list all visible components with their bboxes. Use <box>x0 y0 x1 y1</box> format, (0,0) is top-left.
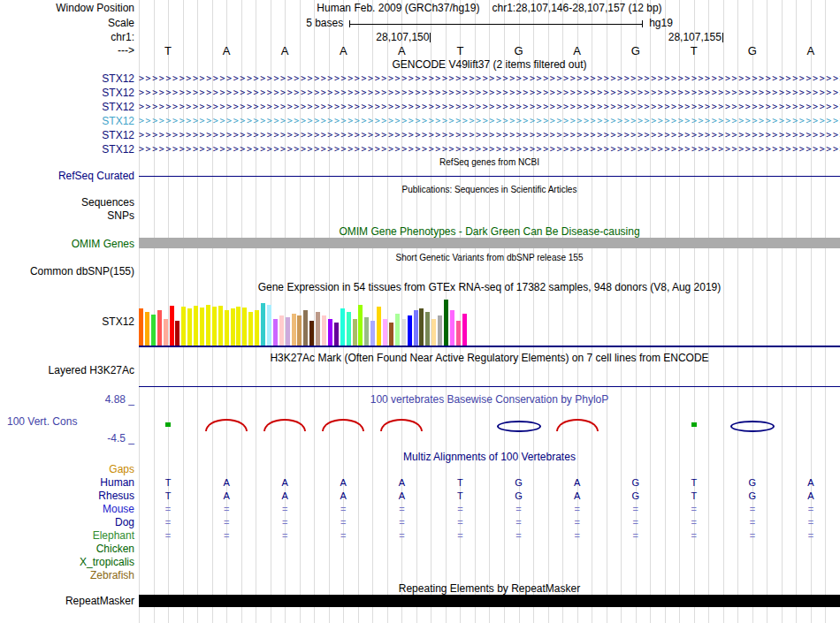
gencode-transcript-row[interactable]: STX12>>>>>>>>>>>>>>>>>>>>>>>>>>>>>>>>>>>… <box>0 100 840 114</box>
gtex-expression-bar <box>170 306 174 346</box>
h3k27ac-label-row[interactable]: Layered H3K27Ac <box>0 364 840 377</box>
h3k27ac-track-title[interactable]: H3K27Ac Mark (Often Found Near Active Re… <box>139 352 840 365</box>
multiz-species-row[interactable]: Zebrafish <box>0 569 840 582</box>
dbsnp-track-title[interactable]: Short Genetic Variants from dbSNP releas… <box>139 252 840 265</box>
gtex-expression-bar <box>322 315 326 346</box>
repeatmasker-track-title[interactable]: Repeating Elements by RepeatMasker <box>139 582 840 596</box>
gtex-expression-bar <box>273 319 278 346</box>
gencode-transcript-label[interactable]: STX12 <box>0 114 134 128</box>
gencode-transcript-label[interactable]: STX12 <box>0 86 134 100</box>
base-letter: A <box>398 44 406 57</box>
chrom-label: chr1: <box>0 31 134 44</box>
dbsnp-label-row[interactable]: Common dbSNP(155) <box>0 265 840 278</box>
publications-track-title[interactable]: Publications: Sequences in Scientific Ar… <box>139 184 840 197</box>
gtex-expression-bar <box>255 310 259 346</box>
gencode-transcript-label[interactable]: STX12 <box>0 72 134 86</box>
multiz-species-row[interactable]: HumanTAAAATGAGTGA <box>0 476 840 490</box>
alignment-cell: G <box>515 476 523 490</box>
multiz-species-row[interactable]: Mouse============ <box>0 503 840 516</box>
sequences-label[interactable]: Sequences <box>0 196 134 209</box>
alignment-cell: A <box>223 476 229 490</box>
refseq-curated-row[interactable]: RefSeq Curated <box>0 170 840 183</box>
multiz-track-title[interactable]: Multiz Alignments of 100 Vertebrates <box>139 451 840 464</box>
conservation-label-row[interactable]: 100 Vert. Cons <box>0 415 840 429</box>
species-label[interactable]: Chicken <box>0 543 134 556</box>
repeatmasker-row[interactable]: RepeatMasker <box>0 595 840 608</box>
gtex-expression-bar <box>200 308 204 346</box>
omim-track-title[interactable]: OMIM Gene Phenotypes - Dark Green Can Be… <box>139 225 840 239</box>
gtex-expression-bar <box>358 305 363 346</box>
multiz-species-row[interactable]: RhesusTAAAATGAGTGA <box>0 490 840 503</box>
refseq-track-title[interactable]: RefSeq genes from NCBI <box>139 156 840 170</box>
alignment-cell: = <box>399 529 404 543</box>
transcript-arrow-line[interactable]: >>>>>>>>>>>>>>>>>>>>>>>>>>>>>>>>>>>>>>>>… <box>139 128 840 142</box>
species-label[interactable]: Human <box>0 476 134 490</box>
gtex-expression-bar <box>194 306 198 346</box>
gtex-expression-bar <box>218 306 223 346</box>
multiz-species-row[interactable]: Dog============ <box>0 516 840 529</box>
gtex-expression-bar <box>248 312 253 346</box>
gtex-chart[interactable]: STX12 <box>0 294 840 346</box>
gencode-transcript-label[interactable]: STX12 <box>0 142 134 156</box>
gtex-expression-bar <box>157 310 162 346</box>
species-label[interactable]: Rhesus <box>0 490 134 503</box>
alignment-cell: T <box>691 476 697 490</box>
conservation-label[interactable]: 100 Vert. Cons <box>7 415 77 429</box>
gaps-row[interactable]: Gaps <box>0 463 840 476</box>
gencode-track-title[interactable]: GENCODE V49lift37 (2 items filtered out) <box>139 58 840 72</box>
sequences-row[interactable]: Sequences <box>0 196 840 209</box>
transcript-arrow-line[interactable]: >>>>>>>>>>>>>>>>>>>>>>>>>>>>>>>>>>>>>>>>… <box>139 86 840 100</box>
sequence-row: ---> TAAAATGAGTGA <box>0 44 840 57</box>
omim-gene-bar[interactable] <box>139 238 840 248</box>
multiz-species-row[interactable]: X_tropicalis <box>0 556 840 569</box>
gtex-track-title[interactable]: Gene Expression in 54 tissues from GTEx … <box>139 281 840 294</box>
refseq-subtitle-row: RefSeq genes from NCBI <box>0 156 840 170</box>
multiz-species-row[interactable]: Elephant============ <box>0 529 840 543</box>
transcript-arrow-line[interactable]: >>>>>>>>>>>>>>>>>>>>>>>>>>>>>>>>>>>>>>>>… <box>139 114 840 128</box>
gtex-expression-bar <box>370 321 375 346</box>
species-label[interactable]: Dog <box>0 516 134 529</box>
refseq-curated-line[interactable] <box>139 176 840 177</box>
gtex-gene-label[interactable]: STX12 <box>0 315 134 328</box>
gencode-transcript-row[interactable]: STX12>>>>>>>>>>>>>>>>>>>>>>>>>>>>>>>>>>>… <box>0 72 840 86</box>
species-label[interactable]: Mouse <box>0 503 134 516</box>
base-letter: A <box>340 44 347 57</box>
repeatmasker-bar[interactable] <box>139 595 840 607</box>
gtex-expression-bar <box>316 312 320 346</box>
gencode-transcript-row[interactable]: STX12>>>>>>>>>>>>>>>>>>>>>>>>>>>>>>>>>>>… <box>0 128 840 142</box>
transcript-arrow-line[interactable]: >>>>>>>>>>>>>>>>>>>>>>>>>>>>>>>>>>>>>>>>… <box>139 100 840 114</box>
h3k27ac-label[interactable]: Layered H3K27Ac <box>0 364 134 377</box>
gencode-transcript-row[interactable]: STX12>>>>>>>>>>>>>>>>>>>>>>>>>>>>>>>>>>>… <box>0 114 840 128</box>
dbsnp-label[interactable]: Common dbSNP(155) <box>0 265 134 278</box>
gencode-transcript-row[interactable]: STX12>>>>>>>>>>>>>>>>>>>>>>>>>>>>>>>>>>>… <box>0 142 840 156</box>
transcript-arrow-line[interactable]: >>>>>>>>>>>>>>>>>>>>>>>>>>>>>>>>>>>>>>>>… <box>139 72 840 86</box>
species-alignment-cells: ============ <box>139 503 840 516</box>
ucsc-genome-browser-tracks-image[interactable]: Window Position Human Feb. 2009 (GRCh37/… <box>0 0 840 623</box>
snps-row[interactable]: SNPs <box>0 209 840 223</box>
gencode-transcript-label[interactable]: STX12 <box>0 128 134 142</box>
gtex-expression-bar <box>383 319 387 346</box>
refseq-curated-label[interactable]: RefSeq Curated <box>0 170 134 183</box>
species-label[interactable]: Elephant <box>0 529 134 543</box>
species-label[interactable]: Zebrafish <box>0 569 134 582</box>
gaps-label[interactable]: Gaps <box>0 463 134 476</box>
gencode-transcript-label[interactable]: STX12 <box>0 100 134 114</box>
snps-label[interactable]: SNPs <box>0 209 134 223</box>
repeatmasker-label[interactable]: RepeatMasker <box>0 595 134 608</box>
gtex-expression-bar <box>431 319 436 346</box>
alignment-cell: A <box>282 490 288 503</box>
alignment-cell: G <box>631 490 639 503</box>
gtex-expression-bar <box>456 321 461 346</box>
gencode-transcript-row[interactable]: STX12>>>>>>>>>>>>>>>>>>>>>>>>>>>>>>>>>>>… <box>0 86 840 100</box>
transcript-arrow-line[interactable]: >>>>>>>>>>>>>>>>>>>>>>>>>>>>>>>>>>>>>>>>… <box>139 142 840 156</box>
gtex-expression-bar <box>292 314 296 346</box>
coordinate-tick <box>430 33 431 42</box>
strand-label: ---> <box>0 44 134 57</box>
alignment-cell: A <box>807 490 813 503</box>
alignment-cell: A <box>574 490 580 503</box>
omim-genes-label[interactable]: OMIM Genes <box>0 238 134 251</box>
omim-bar-row[interactable]: OMIM Genes <box>0 238 840 251</box>
position-range: chr1:28,107,146-28,107,157 (12 bp) <box>492 2 661 15</box>
multiz-species-row[interactable]: Chicken <box>0 543 840 556</box>
species-label[interactable]: X_tropicalis <box>0 556 134 569</box>
